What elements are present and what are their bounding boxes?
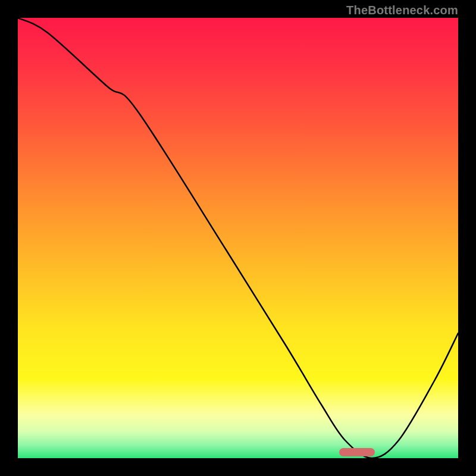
chart-frame: TheBottleneck.com (0, 0, 476, 476)
watermark-text: TheBottleneck.com (346, 4, 458, 17)
optimal-marker (339, 448, 375, 456)
plot-area (18, 18, 458, 458)
chart-svg (18, 18, 458, 458)
gradient-background (18, 18, 458, 458)
